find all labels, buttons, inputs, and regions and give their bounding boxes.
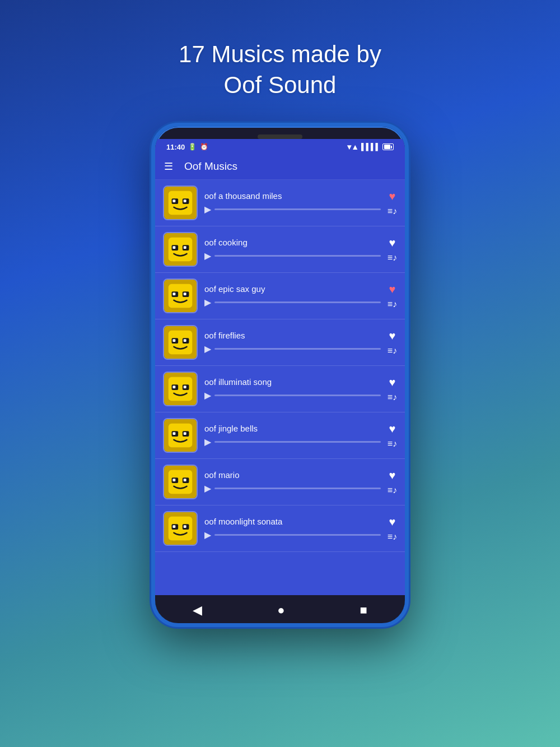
svg-rect-17 — [184, 293, 186, 295]
avatar — [163, 232, 198, 267]
progress-bar[interactable] — [214, 488, 381, 489]
queue-button[interactable]: ≡♪ — [388, 299, 397, 309]
song-info: oof cooking ▶ — [204, 238, 381, 261]
progress-bar[interactable] — [214, 395, 381, 396]
song-item[interactable]: oof a thousand miles ▶ ♥ ≡♪ — [155, 180, 405, 226]
song-info: oof fireflies ▶ — [204, 331, 381, 354]
play-button[interactable]: ▶ — [204, 390, 211, 401]
song-name: oof jingle bells — [204, 424, 381, 433]
song-controls: ▶ — [204, 204, 381, 215]
song-actions: ♥ ≡♪ — [388, 330, 397, 356]
avatar — [163, 511, 198, 546]
alarm-icon: ⏰ — [200, 143, 208, 151]
home-button[interactable]: ● — [277, 603, 284, 618]
song-item[interactable]: oof fireflies ▶ ♥ ≡♪ — [155, 319, 405, 366]
wifi-icon: ▾▲ — [347, 142, 359, 151]
song-item[interactable]: oof jingle bells ▶ ♥ ≡♪ — [155, 412, 405, 459]
song-controls: ▶ — [204, 390, 381, 401]
status-right: ▾▲ ▌▌▌▌ — [347, 142, 394, 151]
svg-rect-22 — [172, 339, 175, 342]
like-button[interactable]: ♥ — [389, 330, 395, 342]
svg-rect-47 — [184, 525, 186, 528]
page-title: 17 Musics made by Oof Sound — [179, 39, 381, 100]
recents-button[interactable]: ■ — [360, 603, 367, 618]
svg-rect-46 — [172, 525, 175, 528]
svg-rect-40 — [172, 479, 175, 481]
progress-bar[interactable] — [214, 348, 381, 350]
song-info: oof illuminati song ▶ — [204, 377, 381, 401]
song-name: oof a thousand miles — [204, 191, 381, 201]
bottom-nav: ◀ ● ■ — [155, 595, 405, 623]
song-item[interactable]: oof cooking ▶ ♥ ≡♪ — [155, 226, 405, 273]
app-bar: ☰ Oof Musics — [155, 154, 405, 180]
queue-button[interactable]: ≡♪ — [388, 392, 397, 402]
song-info: oof moonlight sonata ▶ — [204, 517, 381, 540]
svg-rect-35 — [184, 432, 186, 435]
avatar — [163, 185, 198, 220]
song-name: oof epic sax guy — [204, 284, 381, 294]
play-button[interactable]: ▶ — [204, 437, 211, 447]
progress-bar[interactable] — [214, 255, 381, 257]
svg-rect-29 — [184, 386, 186, 388]
queue-button[interactable]: ≡♪ — [388, 439, 397, 449]
avatar — [163, 465, 198, 499]
svg-rect-41 — [184, 479, 186, 481]
back-button[interactable]: ◀ — [193, 603, 202, 618]
queue-button[interactable]: ≡♪ — [388, 206, 397, 216]
app-bar-title: Oof Musics — [184, 160, 237, 173]
song-item[interactable]: oof epic sax guy ▶ ♥ ≡♪ — [155, 273, 405, 319]
progress-bar[interactable] — [214, 441, 381, 443]
progress-bar[interactable] — [214, 301, 381, 303]
play-button[interactable]: ▶ — [204, 483, 211, 494]
queue-button[interactable]: ≡♪ — [388, 253, 397, 263]
song-actions: ♥ ≡♪ — [388, 283, 397, 309]
song-actions: ♥ ≡♪ — [388, 190, 397, 216]
svg-rect-34 — [172, 432, 175, 435]
avatar — [163, 279, 198, 313]
phone-speaker — [258, 134, 302, 139]
battery-status-icon: 🔋 — [188, 143, 197, 151]
play-button[interactable]: ▶ — [204, 344, 211, 354]
song-info: oof epic sax guy ▶ — [204, 284, 381, 308]
progress-bar[interactable] — [214, 534, 381, 536]
svg-rect-4 — [172, 199, 175, 202]
like-button[interactable]: ♥ — [389, 376, 395, 389]
song-item[interactable]: oof illuminati song ▶ ♥ ≡♪ — [155, 366, 405, 412]
like-button[interactable]: ♥ — [389, 190, 395, 203]
song-controls: ▶ — [204, 344, 381, 354]
like-button[interactable]: ♥ — [389, 283, 395, 296]
menu-button[interactable]: ☰ — [164, 160, 173, 173]
play-button[interactable]: ▶ — [204, 297, 211, 308]
like-button[interactable]: ♥ — [389, 236, 395, 249]
song-actions: ♥ ≡♪ — [388, 516, 397, 542]
avatar — [163, 372, 198, 406]
like-button[interactable]: ♥ — [389, 423, 395, 435]
battery-icon — [382, 143, 394, 150]
song-item[interactable]: oof mario ▶ ♥ ≡♪ — [155, 459, 405, 505]
status-bar: 11:40 🔋 ⏰ ▾▲ ▌▌▌▌ — [155, 139, 405, 154]
page-header: 17 Musics made by Oof Sound — [179, 0, 381, 123]
song-controls: ▶ — [204, 437, 381, 447]
song-name: oof moonlight sonata — [204, 517, 381, 526]
play-button[interactable]: ▶ — [204, 204, 211, 215]
play-button[interactable]: ▶ — [204, 250, 211, 261]
queue-button[interactable]: ≡♪ — [388, 485, 397, 495]
song-actions: ♥ ≡♪ — [388, 423, 397, 449]
like-button[interactable]: ♥ — [389, 516, 395, 528]
like-button[interactable]: ♥ — [389, 469, 395, 482]
song-name: oof illuminati song — [204, 377, 381, 387]
song-actions: ♥ ≡♪ — [388, 469, 397, 495]
svg-rect-10 — [172, 246, 175, 249]
phone-shell: 11:40 🔋 ⏰ ▾▲ ▌▌▌▌ ☰ Oof Musics — [151, 123, 409, 627]
play-button[interactable]: ▶ — [204, 530, 211, 540]
song-actions: ♥ ≡♪ — [388, 236, 397, 263]
song-item[interactable]: oof moonlight sonata ▶ ♥ ≡♪ — [155, 505, 405, 552]
song-info: oof mario ▶ — [204, 470, 381, 494]
queue-button[interactable]: ≡♪ — [388, 346, 397, 356]
song-list: oof a thousand miles ▶ ♥ ≡♪ — [155, 180, 405, 595]
svg-rect-11 — [184, 246, 186, 249]
signal-icon: ▌▌▌▌ — [361, 143, 380, 151]
song-controls: ▶ — [204, 483, 381, 494]
queue-button[interactable]: ≡♪ — [388, 532, 397, 542]
progress-bar[interactable] — [214, 208, 381, 210]
